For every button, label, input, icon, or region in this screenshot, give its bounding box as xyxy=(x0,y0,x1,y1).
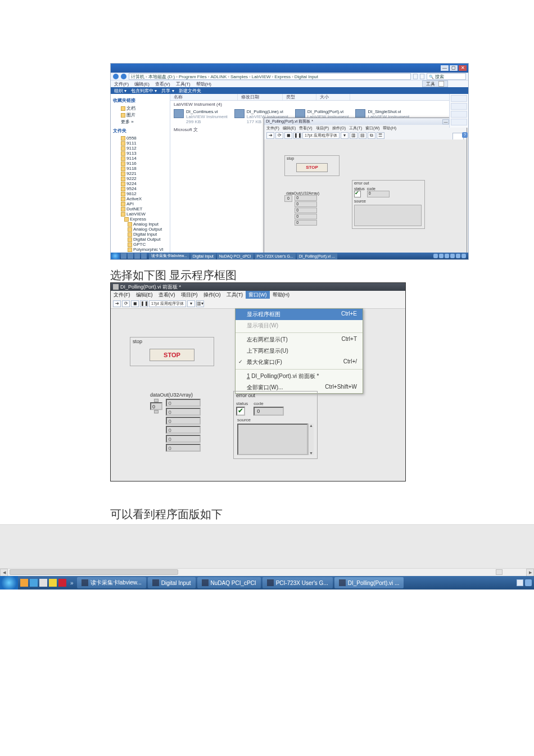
menu-tools[interactable]: 工具(T) xyxy=(176,81,191,87)
lv-menu-tools[interactable]: 工具(T) xyxy=(349,125,362,131)
align-button[interactable]: ▥▾ xyxy=(196,300,204,307)
ql-icon[interactable] xyxy=(134,253,140,259)
taskbar-item[interactable]: 读卡采集卡labview... xyxy=(149,253,189,259)
stop-button[interactable]: STOP xyxy=(296,163,328,172)
menu-item[interactable]: 帮助(H) xyxy=(270,291,293,299)
source-scrollbar[interactable]: ▲▼ xyxy=(308,424,314,455)
ql-icon[interactable] xyxy=(58,579,66,587)
index-down-icon[interactable] xyxy=(154,410,159,413)
menu-view[interactable]: 查看(V) xyxy=(155,81,170,87)
lv-menu-operate[interactable]: 操作(O) xyxy=(332,125,346,131)
tree-item[interactable]: 0558 xyxy=(113,136,168,141)
minimize-button[interactable]: — xyxy=(441,65,449,71)
tree-item[interactable]: LabVIEW xyxy=(113,212,168,217)
distribute-button[interactable]: ▤ xyxy=(359,132,366,139)
font-selector[interactable]: 17pt 应用程序字体 xyxy=(302,132,340,139)
list-column-headers[interactable]: 名称 修改日期 类型 大小 xyxy=(170,94,468,101)
ql-icon[interactable] xyxy=(30,579,38,587)
tree-item[interactable]: 9116 xyxy=(113,161,168,166)
crumb[interactable]: Samples xyxy=(230,74,248,79)
menu-dropdown-item[interactable]: 1 DI_Polling(Port).vi 前面板 * xyxy=(236,371,363,382)
tray-icon[interactable] xyxy=(525,579,532,586)
tree-item[interactable]: Analog Output xyxy=(113,227,168,232)
tree-item[interactable]: ActiveX xyxy=(113,196,168,201)
lv-menu-window[interactable]: 窗口(W) xyxy=(365,125,379,131)
lv-menu-file[interactable]: 文件(F) xyxy=(266,125,279,131)
scroll-right-button[interactable]: ▶ xyxy=(526,569,534,577)
crumb[interactable]: LabVIEW xyxy=(252,74,271,79)
menu-item[interactable]: 窗口(W) xyxy=(246,291,270,299)
tree-item[interactable]: Polymorphic VI xyxy=(113,247,168,252)
lv2-canvas[interactable]: 显示程序框图Ctrl+E显示项目(W)左右两栏显示(T)Ctrl+T上下两栏显示… xyxy=(111,309,405,481)
taskbar-item[interactable]: PCI-723X User's G... xyxy=(263,577,333,588)
start-button[interactable] xyxy=(0,576,18,590)
col-size[interactable]: 大小 xyxy=(316,94,350,100)
run-button[interactable]: ➔ xyxy=(266,132,274,139)
lv-canvas[interactable]: stop STOP dataOut(U32Array) 0 00000 erro… xyxy=(264,140,467,253)
view-button[interactable] xyxy=(451,95,467,102)
window-titlebar[interactable]: — ▢ ✕ xyxy=(111,64,468,73)
maximize-button[interactable]: ▢ xyxy=(450,65,458,71)
tree-item[interactable]: 9224 xyxy=(113,181,168,186)
resize-button[interactable]: ⧉ xyxy=(368,132,375,139)
tree-item[interactable]: 9113 xyxy=(113,151,168,156)
menu-dropdown-item[interactable]: 显示程序框图Ctrl+E xyxy=(236,309,363,320)
run-button[interactable]: ➔ xyxy=(113,300,121,307)
file-item[interactable]: DI_Continues.viLabVIEW Instrument299 KB xyxy=(174,109,228,124)
array-index[interactable]: 0 xyxy=(150,402,162,410)
sidebar-item[interactable]: 更多 » xyxy=(113,119,168,125)
tree-item[interactable]: Digital Input xyxy=(113,232,168,237)
ql-icon[interactable] xyxy=(128,253,133,259)
lv-menu-view[interactable]: 查看(V) xyxy=(299,125,312,131)
preview-button[interactable] xyxy=(451,103,467,110)
taskbar-item[interactable]: DI_Polling(Port).vi ... xyxy=(334,577,404,588)
taskbar-item[interactable]: NuDAQ PCI_cPCI xyxy=(197,577,261,588)
crumb[interactable]: Program Files xyxy=(179,74,207,79)
font-selector[interactable]: 17pt 应用程序字体 xyxy=(149,300,186,307)
ql-icon[interactable] xyxy=(49,579,57,587)
lv2-titlebar[interactable]: DI_Polling(Port).vi 前面板 * xyxy=(111,283,405,291)
tree-item[interactable]: DotNET xyxy=(113,206,168,212)
menu-file[interactable]: 文件(F) xyxy=(114,81,129,87)
scroll-track[interactable] xyxy=(10,569,502,577)
abort-button[interactable]: ◼ xyxy=(131,300,139,307)
font-dropdown[interactable]: ▾ xyxy=(187,300,195,307)
sb-down-icon[interactable]: ▼ xyxy=(309,451,313,455)
tree-item[interactable]: 9112 xyxy=(113,146,168,151)
lv-menu-project[interactable]: 项目(P) xyxy=(316,125,329,131)
tree-item[interactable]: 9118 xyxy=(113,166,168,171)
search-input[interactable]: 搜索 xyxy=(427,73,466,80)
tree-item[interactable]: 9221 xyxy=(113,171,168,176)
crumb[interactable]: ADLINK xyxy=(210,74,227,79)
group-header[interactable]: LabVIEW Instrument (4) xyxy=(170,101,468,108)
col-type[interactable]: 类型 xyxy=(283,94,316,100)
index-stepper[interactable]: 0 xyxy=(150,399,162,413)
tools-dropdown[interactable]: 工具 xyxy=(422,80,448,87)
sidebar-item[interactable]: 文档 xyxy=(113,105,168,111)
ql-icon[interactable] xyxy=(121,253,126,259)
ql-more[interactable]: » xyxy=(69,580,75,586)
menu-dropdown-item[interactable]: 左右两栏显示(T)Ctrl+T xyxy=(236,334,363,345)
tree-item[interactable]: Express xyxy=(113,217,168,222)
close-button[interactable]: ✕ xyxy=(459,65,467,71)
col-date[interactable]: 修改日期 xyxy=(238,94,283,100)
menu-help[interactable]: 帮助(H) xyxy=(196,81,211,87)
taskbar-item[interactable]: 读卡采集卡labview... xyxy=(77,577,146,588)
col-name[interactable]: 名称 xyxy=(170,94,238,100)
share-button[interactable]: 共享 ▾ xyxy=(161,88,174,94)
tree-item[interactable]: 9222 xyxy=(113,176,168,181)
tree-item[interactable]: 9114 xyxy=(113,156,168,161)
breadcrumb[interactable]: 计算机› 本地磁盘 (D:)› Program Files› ADLINK› S… xyxy=(129,73,411,80)
labview-frontpanel-window[interactable]: DI_Polling(Port).vi 前面板 * —▢✕ 文件(F) 编辑(E… xyxy=(264,118,467,254)
menu-item[interactable]: 操作(O) xyxy=(201,291,224,299)
taskbar-item[interactable]: DI_Polling(Port).vi ... xyxy=(297,253,337,259)
taskbar-item[interactable]: NuDAQ PCI_cPCI xyxy=(217,253,254,259)
help-button[interactable] xyxy=(451,111,467,118)
font-dropdown[interactable]: ▾ xyxy=(341,132,349,139)
scroll-left-button[interactable]: ◀ xyxy=(0,569,8,577)
refresh-button[interactable] xyxy=(420,74,424,79)
nav-fwd-icon[interactable] xyxy=(121,74,126,79)
crumb[interactable]: Express xyxy=(274,74,291,79)
language-indicator[interactable] xyxy=(517,579,523,586)
ql-icon[interactable] xyxy=(141,253,147,259)
